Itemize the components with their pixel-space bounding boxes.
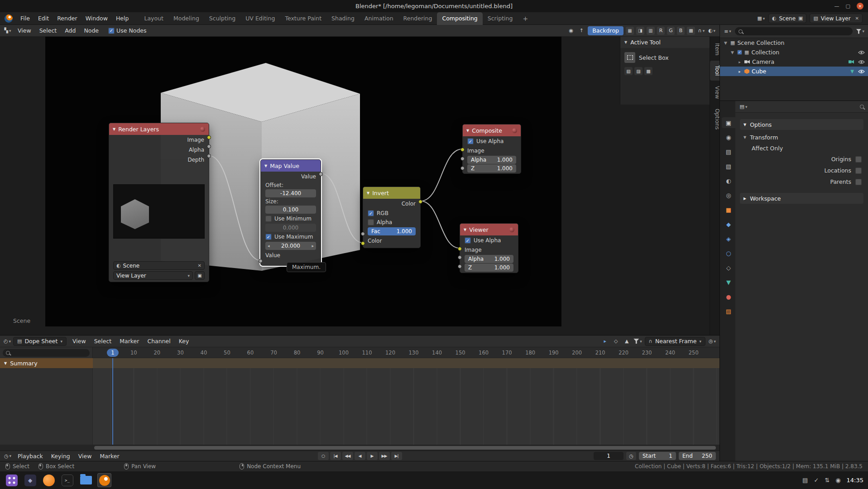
select-box-tool-icon[interactable] (624, 52, 635, 63)
workspace-tab-rendering[interactable]: Rendering (398, 12, 437, 25)
terminal-button[interactable]: >_ (60, 473, 74, 487)
current-frame-indicator[interactable]: 1 (107, 349, 119, 357)
dopesheet-menu-view[interactable]: View (68, 336, 90, 346)
add-workspace-button[interactable]: + (518, 15, 533, 22)
menubar-menu-window[interactable]: Window (82, 14, 112, 24)
green-channel-button[interactable]: G (667, 27, 675, 35)
parents-checkbox[interactable] (855, 179, 862, 185)
search-icon[interactable] (860, 105, 864, 109)
node-invert[interactable]: ▼ Invert Color RGB Alpha Fac 1.000 Color (363, 187, 421, 248)
tool-mode-subtract-icon[interactable]: ▩ (644, 67, 652, 75)
outliner-row-camera[interactable]: ▸ Camera (720, 57, 868, 67)
jump-to-start-button[interactable]: |◀ (330, 452, 341, 460)
active-tool-panel-header[interactable]: ▼ Active Tool (620, 37, 710, 48)
tool-mode-new-icon[interactable]: ▧ (624, 67, 633, 75)
jump-to-next-keyframe-button[interactable]: ▶▶ (379, 452, 390, 460)
socket-z-input[interactable] (458, 264, 462, 268)
use-maximum-checkbox[interactable] (265, 234, 272, 240)
socket-value-output[interactable] (319, 172, 323, 176)
properties-tab-output[interactable]: ▤ (722, 146, 735, 157)
properties-tab-view-layer[interactable]: ▧ (722, 161, 735, 172)
disclosure-icon[interactable]: ▼ (723, 41, 728, 45)
outliner-row-collection[interactable]: ▼ ▦ Collection (720, 48, 868, 57)
color-channels-icon[interactable]: ◨ (636, 27, 644, 35)
options-panel-header[interactable]: ▼ Options (740, 119, 863, 130)
outliner-row-scene-collection[interactable]: ▼ ▦ Scene Collection (720, 38, 868, 48)
properties-tab-modifiers[interactable]: ◆ (722, 219, 735, 230)
node-collapse-icon[interactable]: ▼ (464, 228, 466, 232)
node-composite[interactable]: ▼ Composite Use Alpha Image Alpha 1.000 … (462, 124, 521, 174)
channel-disclosure-icon[interactable]: ▼ (4, 361, 7, 365)
properties-tab-constraints[interactable]: ◇ (722, 262, 735, 273)
hide-in-viewport-icon[interactable] (858, 69, 865, 74)
dope-sheet-mode-dropdown[interactable]: ▤ Dope Sheet ▾ (13, 337, 67, 346)
security-tray-icon[interactable]: ✓ (814, 477, 819, 484)
browser-button[interactable] (42, 473, 56, 487)
workspace-tab-scripting[interactable]: Scripting (483, 12, 518, 25)
filter-icon[interactable]: ▾ (856, 27, 864, 35)
workspace-tab-modeling[interactable]: Modeling (168, 12, 204, 25)
outliner-row-cube[interactable]: ▸ Cube ▼ (720, 67, 868, 76)
hide-in-viewport-icon[interactable] (858, 60, 865, 64)
maximize-button[interactable]: ▢ (846, 3, 850, 9)
properties-tab-world[interactable]: ◎ (722, 190, 735, 201)
editor-type-icon[interactable]: ▤ ▾ (739, 103, 748, 111)
disclosure-icon[interactable]: ▸ (737, 60, 742, 64)
render-active-layer-button[interactable]: ▣ (195, 271, 205, 280)
editor-type-icon[interactable]: ◷ ▾ (4, 452, 12, 460)
parent-tree-icon[interactable]: ↑ (577, 27, 585, 35)
timeline-menu-keying[interactable]: Keying (47, 451, 74, 461)
properties-tab-scene[interactable]: ◐ (722, 175, 735, 186)
z-field[interactable]: Z 1.000 (465, 264, 513, 272)
workspace-tab-uv-editing[interactable]: UV Editing (240, 12, 280, 25)
node-collapse-icon[interactable]: ▼ (113, 127, 115, 131)
scenes-browse-icon[interactable]: ▦ ▾ (757, 14, 765, 23)
node-viewer[interactable]: ▼ Viewer Use Alpha Image Alpha 1.000 Z 1… (460, 223, 518, 273)
proportional-edit-icon[interactable]: ◎ ▾ (708, 337, 716, 345)
unlink-scene-icon[interactable]: ✕ (198, 263, 201, 268)
workspace-tab-layout[interactable]: Layout (139, 12, 168, 25)
socket-fac-input[interactable] (361, 232, 365, 236)
npanel-tab-view[interactable]: View (710, 82, 720, 103)
frame-ruler[interactable]: 1 10203040506070809010011012013014015016… (0, 347, 719, 358)
timeline-menu-marker[interactable]: Marker (96, 451, 123, 461)
workspace-tab-animation[interactable]: Animation (360, 12, 398, 25)
npanel-tab-options[interactable]: Options (710, 104, 720, 134)
node-header[interactable]: ▼ Invert (363, 187, 420, 199)
properties-tab-material[interactable]: ● (722, 291, 735, 302)
start-frame-field[interactable]: Start 1 (639, 452, 676, 460)
dope-sheet-grid[interactable] (0, 368, 719, 445)
network-tray-icon[interactable]: ⇅ (825, 477, 830, 484)
close-button[interactable]: ✕ (857, 3, 863, 10)
use-preview-range-icon[interactable]: ◷ (626, 452, 636, 460)
checker-alpha-icon[interactable]: ▩ (687, 27, 695, 35)
use-alpha-checkbox[interactable] (467, 138, 474, 144)
workspace-tab-shading[interactable]: Shading (326, 12, 360, 25)
node-map-value[interactable]: ▼ Map Value Value Offset: -12.400 Size: … (260, 159, 321, 266)
dopesheet-menu-marker[interactable]: Marker (115, 336, 143, 346)
jump-to-prev-keyframe-button[interactable]: ◀◀ (342, 452, 353, 460)
alpha-checkbox[interactable] (368, 219, 374, 225)
locations-checkbox[interactable] (855, 168, 862, 174)
editor-type-icon[interactable]: ≡ ▾ (724, 27, 732, 35)
node-editor-menu-node[interactable]: Node (80, 26, 103, 36)
outliner-search-field[interactable] (735, 27, 853, 35)
hide-in-viewport-icon[interactable] (858, 50, 865, 55)
properties-tab-texture[interactable]: ▨ (722, 306, 735, 316)
node-collapse-icon[interactable]: ▼ (466, 129, 469, 133)
use-minimum-checkbox[interactable] (265, 216, 272, 222)
alpha-field[interactable]: Alpha 1.000 (465, 255, 513, 263)
blue-channel-button[interactable]: B (677, 27, 685, 35)
increase-arrow-icon[interactable]: ▸ (312, 242, 314, 250)
workspace-tab-sculpting[interactable]: Sculpting (204, 12, 240, 25)
playhead-line[interactable] (112, 358, 113, 445)
workspace-tab-compositing[interactable]: Compositing (437, 12, 482, 25)
use-nodes-checkbox[interactable] (108, 28, 115, 34)
properties-tab-tool[interactable]: ▣ (722, 117, 735, 128)
show-errors-icon[interactable]: ▲ (623, 337, 631, 345)
red-channel-button[interactable]: R (657, 27, 665, 35)
disclosure-icon[interactable]: ▼ (730, 50, 735, 55)
volume-tray-icon[interactable]: ◉ (835, 477, 840, 484)
timeline-menu-view[interactable]: View (74, 451, 96, 461)
properties-tab-render[interactable]: ◉ (722, 132, 735, 143)
